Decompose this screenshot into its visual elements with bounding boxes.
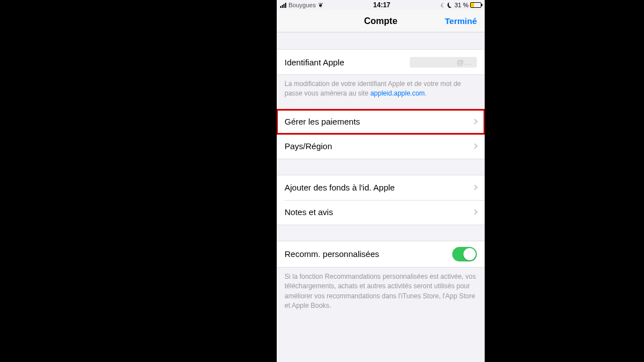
- status-left: Bouygues ❦: [280, 2, 323, 9]
- appleid-footer: La modification de votre identifiant App…: [277, 75, 485, 109]
- content-area: Identifiant Apple @… La modification de …: [277, 32, 485, 362]
- wifi-icon: ❦: [318, 2, 323, 9]
- notes-reviews-row[interactable]: Notes et avis: [277, 200, 485, 225]
- personalized-row[interactable]: Recomm. personnalisées: [277, 241, 485, 267]
- country-region-label: Pays/Région: [285, 141, 332, 151]
- chevron-right-icon: [472, 144, 478, 149]
- battery-icon: [470, 2, 481, 8]
- signal-icon: [280, 3, 286, 8]
- appleid-group: Identifiant Apple @…: [277, 49, 485, 75]
- appleid-row[interactable]: Identifiant Apple @…: [277, 50, 485, 74]
- status-bar: Bouygues ❦ 14:17 ☾ ⏾ 31 %: [277, 0, 485, 10]
- appleid-link[interactable]: appleid.apple.com: [370, 89, 424, 97]
- done-button[interactable]: Terminé: [445, 16, 477, 26]
- chevron-right-icon: [472, 209, 478, 215]
- status-right: ☾ ⏾ 31 %: [441, 2, 481, 8]
- phone-screen: Bouygues ❦ 14:17 ☾ ⏾ 31 % Compte Terminé…: [277, 0, 485, 362]
- chevron-right-icon: [472, 185, 478, 190]
- personalized-footer: Si la fonction Recommandations personnal…: [277, 268, 485, 321]
- status-time: 14:17: [373, 1, 391, 9]
- manage-payments-label: Gérer les paiements: [285, 117, 360, 126]
- carrier-label: Bouygues: [288, 2, 316, 8]
- nav-bar: Compte Terminé: [277, 10, 485, 32]
- manage-payments-row[interactable]: Gérer les paiements: [277, 109, 485, 134]
- funds-group: Ajouter des fonds à l'id. Apple Notes et…: [277, 175, 485, 225]
- personalized-label: Recomm. personnalisées: [285, 249, 379, 259]
- dnd-icon: ☾: [441, 2, 446, 8]
- page-title: Compte: [364, 16, 397, 26]
- appleid-value: @…: [410, 57, 477, 68]
- appleid-label: Identifiant Apple: [285, 58, 344, 67]
- add-funds-row[interactable]: Ajouter des fonds à l'id. Apple: [277, 175, 485, 200]
- personalized-toggle[interactable]: [452, 247, 477, 261]
- add-funds-label: Ajouter des fonds à l'id. Apple: [285, 183, 395, 192]
- country-region-row[interactable]: Pays/Région: [277, 134, 485, 159]
- lock-icon: ⏾: [447, 2, 453, 8]
- notes-reviews-label: Notes et avis: [285, 207, 333, 217]
- payments-group: Gérer les paiements Pays/Région: [277, 109, 485, 159]
- battery-percent: 31 %: [454, 2, 468, 8]
- chevron-right-icon: [472, 119, 478, 125]
- personalized-group: Recomm. personnalisées: [277, 241, 485, 268]
